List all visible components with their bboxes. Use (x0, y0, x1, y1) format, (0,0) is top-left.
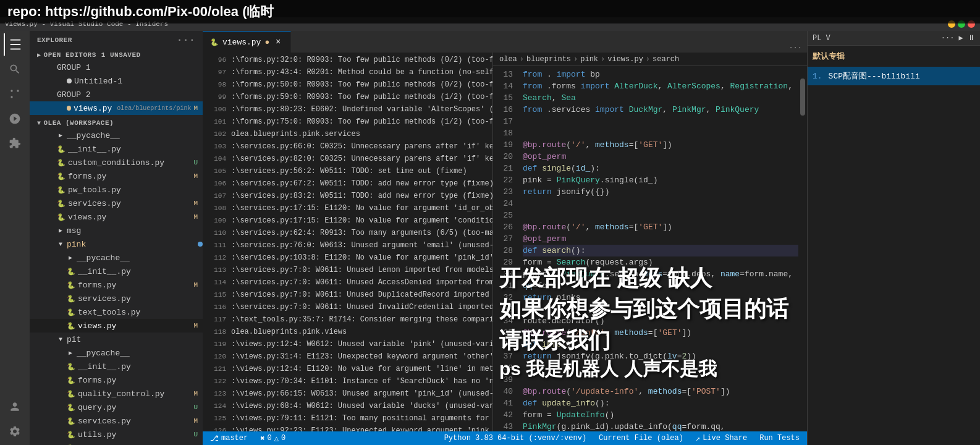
problem-line: 122:\views.py:70:34: E1101: Instance of … (203, 375, 492, 388)
sidebar-services[interactable]: 🐍 services.py M (30, 197, 203, 210)
sidebar-pit-services[interactable]: 🐍 services.py M (30, 414, 203, 428)
code-content[interactable]: from . import bp from .forms import Alte… (518, 66, 807, 431)
activity-bar (0, 31, 30, 445)
activity-git[interactable] (4, 83, 26, 105)
branch-name: master (221, 434, 248, 443)
sidebar-pink-folder[interactable]: ▼ pink (30, 237, 203, 251)
editor-area: 🐍 views.py ● × ··· 96:\forms.py:32:0: R0… (203, 31, 807, 445)
problem-line: 101:\forms.py:75:0: R0903: Too few publi… (203, 116, 492, 128)
status-bar: ⎇ master ✖ 0 △ 0 Python 3.83 64-bit (:ve… (203, 431, 807, 445)
top-overlay-text: repo: https://github.com/Pix-00/olea (临时 (7, 4, 274, 19)
problem-line: 107:\services.py:83:2: W0511: TODO: add … (203, 190, 492, 202)
problem-line: 106:\services.py:67:2: W0511: TODO: add … (203, 177, 492, 190)
svg-point-1 (17, 90, 19, 91)
activity-debug[interactable] (4, 108, 26, 130)
sidebar-viewspy-top[interactable]: 🐍 views.py M (30, 210, 203, 224)
code-editor-panel: olea › blueprints › pink › views.py › se… (493, 53, 807, 431)
right-panel-controls[interactable]: ··· ▶ ⏸ (941, 33, 975, 43)
sidebar-pink-pycache[interactable]: ▶ __pycache__ (30, 251, 203, 265)
sidebar-pw-tools[interactable]: 🐍 pw_tools.py (30, 183, 203, 197)
sidebar-custom-conditions[interactable]: 🐍 custom_conditions.py U (30, 156, 203, 169)
problem-line: 104:\services.py:82:0: C0325: Unnecessar… (203, 153, 492, 165)
tab-more-button[interactable]: ··· (784, 44, 807, 53)
problem-line: 110:\services.py:62:4: R0913: Too many a… (203, 227, 492, 239)
sidebar-pycache[interactable]: ▶ __pycache__ (30, 129, 203, 142)
sidebar-pink-services[interactable]: 🐍 services.py (30, 292, 203, 305)
sidebar-item-group2[interactable]: GROUP 2 (30, 88, 203, 101)
sidebar-msg[interactable]: ▶ msg (30, 224, 203, 237)
run-tests-label: Run Tests (759, 434, 800, 443)
vertical-scrollbar[interactable] (798, 66, 807, 431)
problem-lines[interactable]: 96:\forms.py:32:0: R0903: Too few public… (203, 53, 492, 431)
problem-line: 123:\views.py:66:15: W0613: Unused argum… (203, 388, 492, 400)
sidebar-item-group1[interactable]: GROUP 1 (30, 61, 203, 74)
tab-viewspy[interactable]: 🐍 views.py ● × (203, 31, 291, 53)
sidebar-ellipsis[interactable]: ··· (177, 35, 195, 46)
problem-line: 118olea.blueprints.pink.views (203, 326, 492, 338)
status-errors[interactable]: ✖ 0 △ 0 (258, 434, 288, 443)
status-run-tests[interactable]: Run Tests (757, 434, 802, 443)
activity-extensions[interactable] (4, 132, 26, 155)
svg-point-2 (11, 90, 12, 91)
status-live-share[interactable]: ↗ Live Share (693, 434, 750, 443)
problem-line: 102olea.blueprints.pink.services (203, 128, 492, 140)
sidebar-header: Explorer ··· (30, 31, 203, 49)
right-panel: PL V ··· ▶ ⏸ 默认专辑 1. SCP配音图---bilibili (807, 31, 980, 445)
python-version: Python 3.83 64-bit (:venv/:venv) (444, 434, 586, 443)
top-overlay-bar: repo: https://github.com/Pix-00/olea (临时 (0, 0, 980, 23)
sidebar-pit-init[interactable]: 🐍 __init__.py (30, 360, 203, 373)
problem-line: 98:\forms.py:50:0: R0903: Too few public… (203, 78, 492, 91)
problem-line: 115:\services.py:7:0: W0611: Unused Dupl… (203, 289, 492, 301)
sidebar-item-untitled[interactable]: Untitled-1 (30, 74, 203, 88)
sidebar-pit-views[interactable]: 🐍 views.py (30, 441, 203, 445)
problem-line: 111:\services.py:76:0: W0613: Unused arg… (203, 239, 492, 252)
right-panel-header: PL V ··· ▶ ⏸ (808, 31, 980, 46)
problem-line: 120:\views.py:31:4: E1123: Unexpected ke… (203, 350, 492, 363)
right-panel-title: PL V (813, 34, 830, 43)
sidebar-pink-text-tools[interactable]: 🐍 text_tools.py (30, 305, 203, 319)
activity-accounts[interactable] (4, 396, 26, 418)
code-editor[interactable]: 13141516 17181920 21222324 25262728 2930… (493, 66, 807, 431)
sidebar-pink-init[interactable]: 🐍 __init__.py (30, 265, 203, 278)
problem-line: 116:\services.py:7:0: W0611: Unused Inva… (203, 301, 492, 313)
sidebar: Explorer ··· ▶ OPEN EDITORS 1 UNSAVED GR… (30, 31, 203, 445)
tab-bar: 🐍 views.py ● × ··· (203, 31, 807, 53)
status-current-file[interactable]: Current File (olea) (596, 434, 686, 443)
sidebar-pit-query[interactable]: 🐍 query.py U (30, 400, 203, 414)
sidebar-content[interactable]: ▶ OPEN EDITORS 1 UNSAVED GROUP 1 Untitle… (30, 49, 203, 445)
breadcrumb: olea › blueprints › pink › views.py › se… (493, 53, 807, 66)
problem-line: 112:\services.py:103:8: E1120: No value … (203, 252, 492, 264)
workspace-label[interactable]: ▼ OLEA (WORKSPACE) (30, 117, 203, 129)
activity-search[interactable] (4, 58, 26, 80)
problem-line: 119:\views.py:12:4: W0612: Unused variab… (203, 338, 492, 350)
sidebar-pit-forms[interactable]: 🐍 forms.py (30, 373, 203, 387)
svg-point-0 (11, 96, 12, 98)
group2-label: GROUP 2 (57, 90, 91, 100)
plv-item-1-text: SCP配音图---bilibili (829, 70, 920, 82)
sidebar-forms[interactable]: 🐍 forms.py M (30, 169, 203, 183)
problem-line: 126:\views.py:92:23: E1123: Unexpected k… (203, 425, 492, 431)
status-python[interactable]: Python 3.83 64-bit (:venv/:venv) (442, 434, 589, 443)
activity-settings[interactable] (4, 420, 26, 443)
problem-line: 121:\views.py:12:4: E1120: No value for … (203, 363, 492, 375)
sidebar-init[interactable]: 🐍 __init__.py (30, 142, 203, 156)
activity-explorer[interactable] (4, 33, 26, 56)
live-share-icon: ↗ (696, 434, 700, 443)
sidebar-pit-pycache[interactable]: ▶ __pycache__ (30, 346, 203, 360)
sidebar-pink-views[interactable]: 🐍 views.py M (30, 319, 203, 333)
sidebar-pit-quality[interactable]: 🐍 quality_control.py M (30, 387, 203, 400)
problem-line: 113:\services.py:7:0: W0611: Unused Lemo… (203, 264, 492, 276)
sidebar-pit-utils[interactable]: 🐍 utils.py U (30, 428, 203, 441)
tab-close-button[interactable]: × (273, 37, 283, 47)
sidebar-item-viewspy-open[interactable]: views.py olea/blueprints/pink M (30, 101, 203, 115)
sidebar-pink-forms[interactable]: 🐍 forms.py M (30, 278, 203, 292)
sidebar-pit-folder[interactable]: ▼ pit (30, 333, 203, 346)
group1-label: GROUP 1 (57, 63, 91, 72)
plv-item-1[interactable]: 1. SCP配音图---bilibili (808, 67, 980, 85)
open-editors-label[interactable]: ▶ OPEN EDITORS 1 UNSAVED (30, 49, 203, 61)
plv-title: 默认专辑 (808, 46, 980, 67)
scrollbar-thumb (800, 78, 805, 116)
current-file-label: Current File (olea) (599, 434, 683, 443)
status-branch[interactable]: ⎇ master (208, 434, 250, 443)
file-dot-untitled (67, 78, 72, 83)
